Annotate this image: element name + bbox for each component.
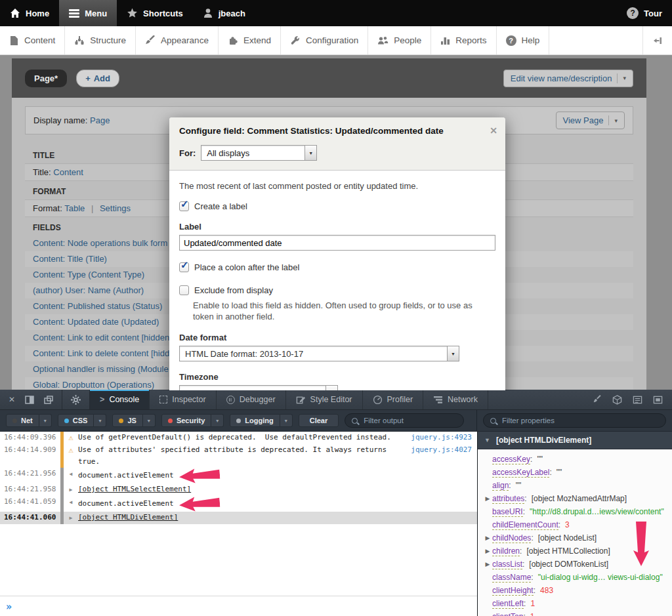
- property-name[interactable]: clientTop: [492, 612, 523, 616]
- filter-caret-button[interactable]: ▾: [39, 414, 52, 427]
- field-link[interactable]: Content: Node operations bulk form: [33, 238, 167, 248]
- tab-console[interactable]: > Console: [90, 390, 150, 409]
- filter-output-input[interactable]: [362, 416, 457, 425]
- property-name[interactable]: childElementCount: [492, 520, 558, 530]
- scratchpad-icon[interactable]: [633, 395, 642, 405]
- field-link[interactable]: Content: Type (Content Type): [33, 270, 144, 279]
- nav-item-extend[interactable]: Extend: [219, 26, 281, 54]
- property-value[interactable]: [object DOMTokenList]: [529, 560, 608, 569]
- log-message[interactable]: Use of getPreventDefault() is deprecated…: [78, 432, 396, 443]
- field-link[interactable]: Content: Title (Title): [33, 254, 107, 264]
- property-value[interactable]: [object NodeList]: [538, 533, 597, 543]
- responsive-mode-icon[interactable]: [653, 395, 663, 405]
- exclude-checkbox[interactable]: [179, 285, 189, 295]
- colon-checkbox[interactable]: [179, 262, 189, 272]
- property-name[interactable]: childNodes: [492, 533, 531, 543]
- twisty-collapsed-icon[interactable]: ▶: [483, 561, 492, 567]
- property-value[interactable]: "": [556, 468, 562, 477]
- property-name[interactable]: baseURI: [492, 507, 523, 517]
- tour-button[interactable]: ? Tour: [617, 0, 672, 26]
- property-value[interactable]: 483: [540, 586, 553, 595]
- format-settings-link[interactable]: Settings: [100, 203, 131, 213]
- filter-toggle-button[interactable]: CSS: [58, 414, 94, 427]
- property-name[interactable]: classList: [492, 560, 522, 569]
- field-link[interactable]: (author) User: Name (Author): [33, 285, 144, 295]
- property-value[interactable]: 1: [530, 612, 535, 616]
- field-link[interactable]: Content: Published status (Status): [33, 301, 162, 311]
- log-message[interactable]: [object HTMLSelectElement]: [78, 483, 196, 495]
- admin-item-menu[interactable]: Menu: [59, 0, 117, 26]
- label-input[interactable]: [179, 235, 495, 251]
- gear-icon[interactable]: [71, 395, 81, 405]
- field-link[interactable]: Content: Link to delete content [hidden]: [33, 348, 181, 358]
- nav-item-people[interactable]: People: [368, 26, 431, 54]
- tray-collapse-button[interactable]: [642, 26, 672, 54]
- field-link[interactable]: Global: Dropbutton (Operations): [33, 380, 154, 390]
- close-devtools-icon[interactable]: ✕: [9, 395, 15, 404]
- tab-profiler[interactable]: Profiler: [363, 390, 424, 409]
- field-link[interactable]: Content: Link to edit content [hidden]: [33, 333, 172, 342]
- tab-style-editor[interactable]: Style Editor: [286, 390, 363, 409]
- property-value[interactable]: 3: [565, 520, 570, 529]
- filter-toggle-button[interactable]: JS: [112, 414, 142, 427]
- tab-network[interactable]: Network: [423, 390, 488, 409]
- pick-element-brush-icon[interactable]: [592, 395, 602, 405]
- object-header[interactable]: ▼ [object HTMLDivElement]: [478, 432, 672, 449]
- dock-side-icon[interactable]: [25, 396, 34, 404]
- property-name[interactable]: attributes: [492, 494, 524, 504]
- source-link[interactable]: jquery.js:4923: [411, 432, 477, 443]
- nav-item-reports[interactable]: Reports: [431, 26, 496, 54]
- create-label-checkbox[interactable]: [179, 201, 189, 211]
- popout-window-icon[interactable]: [44, 396, 53, 404]
- twisty-collapsed-icon[interactable]: ▶: [483, 535, 492, 541]
- filter-toggle-button[interactable]: Logging: [230, 414, 280, 427]
- property-value[interactable]: "ui-dialog ui-widg… views-ui-dialog": [538, 573, 663, 582]
- log-message[interactable]: Use of attributes' specified attribute i…: [78, 444, 411, 468]
- add-display-button[interactable]: + Add: [76, 70, 119, 87]
- log-message[interactable]: document.activeElement: [78, 496, 225, 512]
- property-value[interactable]: "": [537, 455, 543, 464]
- nav-item-content[interactable]: Content: [0, 26, 65, 54]
- edit-view-name-button[interactable]: Edit view name/description ▾: [503, 70, 633, 87]
- display-tab-page[interactable]: Page*: [25, 70, 67, 87]
- date-format-select[interactable]: HTML Date format: 2013-10-17 ▼: [179, 346, 459, 361]
- property-name[interactable]: children: [492, 546, 520, 556]
- filter-toggle-button[interactable]: Security: [161, 414, 211, 427]
- property-value[interactable]: "http://d8.drupal.d…iews/view/content": [530, 507, 664, 516]
- field-link[interactable]: Content: Updated date (Updated): [33, 317, 159, 327]
- for-select[interactable]: All displays ▼: [201, 145, 317, 161]
- source-link[interactable]: jquery.js:4027: [411, 444, 477, 456]
- twisty-collapsed-icon[interactable]: ▶: [483, 548, 492, 554]
- filter-caret-button[interactable]: ▾: [94, 414, 106, 427]
- property-name[interactable]: align: [492, 481, 509, 491]
- close-icon[interactable]: ✕: [490, 125, 497, 136]
- display-name-link[interactable]: Page: [90, 115, 110, 125]
- log-message[interactable]: document.activeElement: [78, 468, 225, 483]
- nav-item-appearance[interactable]: Appearance: [136, 26, 219, 54]
- tab-inspector[interactable]: Inspector: [150, 390, 216, 409]
- admin-item-home[interactable]: Home: [0, 0, 59, 26]
- property-value[interactable]: 1: [530, 599, 535, 608]
- property-name[interactable]: clientHeight: [492, 586, 534, 596]
- filter-properties-input[interactable]: [501, 416, 659, 425]
- admin-item-user[interactable]: jbeach: [193, 0, 255, 26]
- property-name[interactable]: accessKeyLabel: [492, 468, 549, 478]
- clear-console-button[interactable]: Clear: [299, 414, 339, 427]
- filter-caret-button[interactable]: ▾: [143, 414, 156, 427]
- nav-item-help[interactable]: ? Help: [497, 26, 550, 54]
- title-link[interactable]: Content: [53, 167, 83, 177]
- property-name[interactable]: clientLeft: [492, 599, 524, 609]
- tab-debugger[interactable]: Debugger: [217, 390, 286, 409]
- format-link[interactable]: Table: [64, 203, 85, 213]
- filter-caret-button[interactable]: ▾: [211, 414, 224, 427]
- nav-item-structure[interactable]: Structure: [65, 26, 136, 54]
- admin-item-shortcuts[interactable]: Shortcuts: [117, 0, 193, 26]
- filter-caret-button[interactable]: ▾: [280, 414, 293, 427]
- timezone-select[interactable]: – Default site/user timezone – ▼: [179, 385, 338, 390]
- property-name[interactable]: className: [492, 573, 531, 583]
- view-page-button[interactable]: View Page ▾: [556, 112, 625, 129]
- property-name[interactable]: accessKey: [492, 455, 530, 464]
- console-input-row[interactable]: »: [0, 596, 477, 616]
- tilt-3d-cube-icon[interactable]: [612, 395, 622, 405]
- nav-item-configuration[interactable]: Configuration: [281, 26, 368, 54]
